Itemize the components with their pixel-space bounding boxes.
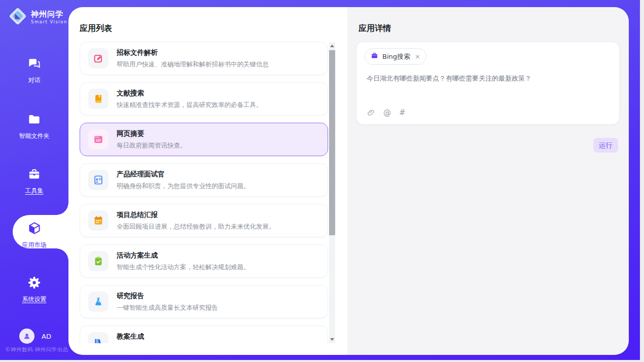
app-description: 帮助用户快速、准确地理解和解析招标书中的关键信息 <box>117 60 269 69</box>
chat-icon <box>27 57 41 73</box>
app-list-panel: 应用列表 招标文件解析 帮助用户快速、准确地理解和解析招标书中的关键信息 <box>68 7 347 355</box>
edit-square-icon <box>88 48 109 68</box>
sidebar-item-app-market[interactable]: 应用市场 <box>0 221 68 249</box>
sidebar-item-label: 系统设置 <box>22 295 47 304</box>
interviewer-icon <box>88 170 109 190</box>
sidebar: 神州问学 Smart Vision 对话 智能文件夹 <box>0 0 68 360</box>
triangle-up-icon <box>330 45 334 47</box>
app-card-literature-search[interactable]: 文献搜索 快速精准查找学术资源，提高研究效率的必备工具。 <box>80 82 328 116</box>
avatar <box>19 329 34 344</box>
app-card-web-summary[interactable]: 网页摘要 每日政府新闻资讯快查。 <box>80 123 328 156</box>
app-frame: 神州问学 Smart Vision 对话 智能文件夹 <box>0 0 640 360</box>
content-area: 应用列表 招标文件解析 帮助用户快速、准确地理解和解析招标书中的关键信息 <box>68 7 629 355</box>
app-name: 活动方案生成 <box>117 251 250 260</box>
app-card-pm-interviewer[interactable]: 产品经理面试官 明确身份和职责，为您提供专业性的面试问题。 <box>80 163 328 197</box>
cube-icon <box>27 221 42 237</box>
app-name: 项目总结汇报 <box>117 210 275 220</box>
app-name: 招标文件解析 <box>117 48 269 57</box>
brand-name: 神州问学 <box>31 10 67 19</box>
app-name: 网页摘要 <box>117 129 187 138</box>
calendar-icon <box>88 210 109 231</box>
browser-code-icon <box>88 129 109 150</box>
user-name: AD <box>42 333 51 340</box>
input-toolbar: @ # <box>367 108 406 117</box>
app-name: 文献搜索 <box>117 89 263 98</box>
app-detail-panel: 应用详情 Bing搜索 × 今日湖北有哪些新闻要点？有哪些需要关注的最新政策？ <box>347 7 629 355</box>
app-card-lesson-plan[interactable]: 教案生成 模板驱动，教案秒成，教学准备从此轻松快捷 <box>80 325 328 343</box>
scrollbar-thumb[interactable] <box>329 50 335 235</box>
app-list-title: 应用列表 <box>80 23 112 34</box>
gear-icon <box>27 276 41 292</box>
clipboard-check-icon <box>88 251 109 271</box>
tag-label: Bing搜索 <box>382 52 410 61</box>
app-description: 一键智能生成高质量长文本研究报告 <box>117 304 218 312</box>
brand-subtitle: Smart Vision <box>31 20 67 24</box>
sidebar-item-smart-folders[interactable]: 智能文件夹 <box>0 113 68 140</box>
flask-report-icon <box>88 292 109 312</box>
books-icon <box>88 332 109 343</box>
toolbox-icon <box>27 167 41 183</box>
app-detail-title: 应用详情 <box>359 23 391 34</box>
sidebar-item-label: 对话 <box>28 76 41 85</box>
app-list-scrollbar[interactable] <box>329 42 335 343</box>
app-name: 研究报告 <box>117 292 218 301</box>
sidebar-item-label: 智能文件夹 <box>19 132 50 140</box>
sidebar-item-toolset[interactable]: 工具集 <box>0 167 68 195</box>
tool-tag-bing-search[interactable]: Bing搜索 × <box>365 48 426 65</box>
briefcase-icon <box>371 52 378 61</box>
app-list: 招标文件解析 帮助用户快速、准确地理解和解析招标书中的关键信息 文献搜索 <box>80 42 328 343</box>
paperclip-icon[interactable] <box>367 108 375 117</box>
book-icon <box>88 89 109 109</box>
app-description: 快速精准查找学术资源，提高研究效率的必备工具。 <box>117 101 263 110</box>
app-card-research-report[interactable]: 研究报告 一键智能生成高质量长文本研究报告 <box>80 285 328 318</box>
prompt-card: Bing搜索 × 今日湖北有哪些新闻要点？有哪些需要关注的最新政策？ @ # <box>356 42 620 125</box>
sidebar-item-chat[interactable]: 对话 <box>0 57 68 85</box>
sidebar-item-settings[interactable]: 系统设置 <box>0 276 68 304</box>
mention-icon[interactable]: @ <box>383 108 391 117</box>
query-input[interactable]: 今日湖北有哪些新闻要点？有哪些需要关注的最新政策？ <box>367 74 610 102</box>
close-icon[interactable]: × <box>415 53 420 60</box>
app-description: 全面回顾项目进展，总结经验教训，助力未来优化发展。 <box>117 223 275 231</box>
folder-icon <box>27 113 41 128</box>
app-description: 智能生成个性化活动方案，轻松解决规划难题。 <box>117 263 250 272</box>
app-card-project-summary[interactable]: 项目总结汇报 全面回顾项目进展，总结经验教训，助力未来优化发展。 <box>80 204 328 237</box>
app-name: 教案生成 <box>117 332 243 341</box>
app-description: 每日政府新闻资讯快查。 <box>117 141 187 150</box>
app-description: 明确身份和职责，为您提供专业性的面试问题。 <box>117 182 250 191</box>
app-card-event-plan[interactable]: 活动方案生成 智能生成个性化活动方案，轻松解决规划难题。 <box>80 244 328 278</box>
user-account[interactable]: AD <box>19 329 51 344</box>
brand-logo: 神州问学 Smart Vision <box>8 7 67 28</box>
hash-icon[interactable]: # <box>399 108 406 117</box>
sidebar-item-label: 工具集 <box>25 187 44 195</box>
scroll-up-button[interactable] <box>329 42 335 50</box>
scroll-down-button[interactable] <box>329 336 335 343</box>
app-card-bid-analysis[interactable]: 招标文件解析 帮助用户快速、准确地理解和解析招标书中的关键信息 <box>80 42 328 75</box>
copyright-footer: ©神州数码·神州问学出品 <box>4 346 68 353</box>
sidebar-item-label: 应用市场 <box>22 241 47 249</box>
app-name: 产品经理面试官 <box>117 170 250 179</box>
triangle-down-icon <box>330 338 334 341</box>
diamond-logo-icon <box>8 7 27 28</box>
run-button[interactable]: 运行 <box>593 138 618 153</box>
